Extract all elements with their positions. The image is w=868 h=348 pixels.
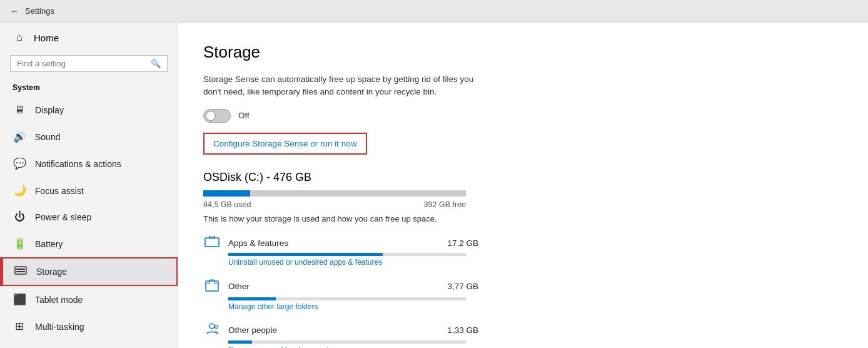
back-button[interactable]: ← (10, 6, 19, 16)
other-people-size: 1,33 GB (447, 325, 478, 335)
sound-icon: 🔊 (13, 130, 26, 143)
svg-point-7 (215, 325, 218, 328)
other-people-bar-container (228, 340, 466, 344)
sidebar-item-storage[interactable]: Storage (0, 257, 178, 286)
apps-name: Apps & features (228, 238, 440, 248)
sidebar-item-label: Battery (35, 239, 63, 249)
apps-bar-container (228, 253, 466, 256)
toggle-label: Off (238, 111, 250, 120)
other-people-bar-fill (228, 340, 252, 344)
svg-rect-0 (15, 267, 26, 274)
svg-rect-5 (206, 281, 218, 291)
storage-bar-fill (203, 190, 250, 197)
other-header: Other 3,77 GB (203, 278, 478, 295)
sidebar-item-label: Notifications & actions (35, 159, 121, 169)
storage-bar-labels: 84,5 GB used 392 GB free (203, 200, 466, 209)
used-label: 84,5 GB used (203, 200, 251, 209)
sidebar-item-display[interactable]: 🖥 Display (0, 97, 178, 123)
app-title: Settings (25, 6, 54, 16)
storage-item-apps: Apps & features 17,2 GB Uninstall unused… (203, 236, 478, 267)
other-sub-text[interactable]: Manage other large folders (228, 302, 478, 311)
other-people-icon (203, 322, 221, 338)
search-input[interactable] (17, 59, 146, 68)
other-size: 3,77 GB (447, 282, 478, 291)
disk-title: OSDisk (C:) - 476 GB (203, 171, 843, 184)
home-icon: ⌂ (13, 31, 26, 44)
other-icon (203, 278, 221, 295)
sidebar-item-multi-tasking[interactable]: ⊞ Multi-tasking (0, 313, 178, 340)
sidebar-item-label: Focus assist (35, 186, 84, 196)
sidebar-item-battery[interactable]: 🔋 Battery (0, 230, 178, 257)
storage-item-other: Other 3,77 GB Manage other large folders (203, 278, 478, 311)
configure-storage-sense-link[interactable]: Configure Storage Sense or run it now (203, 133, 367, 155)
other-bar-fill (228, 297, 276, 300)
storage-item-other-people: Other people 1,33 GB Remove unused local… (203, 322, 478, 349)
sidebar-home-label: Home (34, 33, 59, 43)
storage-sense-toggle[interactable] (203, 109, 231, 123)
storage-items-list: Apps & features 17,2 GB Uninstall unused… (203, 236, 478, 349)
storage-sense-toggle-row: Off (203, 109, 843, 123)
other-name: Other (228, 282, 440, 291)
storage-bar-container (203, 190, 466, 197)
svg-rect-2 (16, 271, 25, 272)
power-sleep-icon: ⏻ (13, 211, 26, 223)
sidebar-item-sound[interactable]: 🔊 Sound (0, 123, 178, 150)
other-people-name: Other people (228, 325, 440, 335)
sidebar-item-label: Display (35, 105, 64, 115)
sidebar-item-label: Sound (35, 132, 60, 142)
storage-icon (14, 265, 28, 278)
focus-assist-icon: 🌙 (13, 184, 26, 197)
other-people-header: Other people 1,33 GB (203, 322, 478, 338)
storage-how-text: This is how your storage is used and how… (203, 214, 843, 223)
svg-rect-1 (16, 269, 25, 270)
notifications-icon: 💬 (13, 157, 26, 170)
apps-header: Apps & features 17,2 GB (203, 236, 478, 250)
apps-bar-fill (228, 253, 383, 256)
other-bar-container (228, 297, 466, 300)
sidebar-item-focus-assist[interactable]: 🌙 Focus assist (0, 177, 178, 204)
display-icon: 🖥 (13, 104, 26, 116)
sidebar-item-notifications[interactable]: 💬 Notifications & actions (0, 150, 178, 177)
sidebar-item-label: Power & sleep (35, 212, 91, 222)
multitasking-icon: ⊞ (13, 320, 26, 333)
battery-icon: 🔋 (13, 237, 26, 250)
other-people-sub-text[interactable]: Remove unused local accounts (228, 345, 478, 349)
main-content: Storage Storage Sense can automatically … (178, 23, 868, 348)
search-box[interactable]: 🔍 (10, 55, 168, 72)
sidebar-item-home[interactable]: ⌂ Home (0, 23, 178, 53)
free-label: 392 GB free (424, 200, 466, 209)
toggle-thumb (206, 111, 216, 121)
sidebar-item-power-sleep[interactable]: ⏻ Power & sleep (0, 204, 178, 230)
sidebar-item-label: Tablet mode (35, 295, 83, 305)
sidebar: ⌂ Home 🔍 System 🖥 Display 🔊 Sound 💬 Noti… (0, 23, 178, 348)
svg-rect-3 (205, 238, 219, 247)
storage-sense-description: Storage Sense can automatically free up … (203, 73, 478, 99)
tablet-icon: ⬛ (13, 293, 26, 306)
sidebar-item-label: Multi-tasking (35, 322, 84, 332)
apps-icon (203, 236, 221, 250)
svg-point-6 (209, 324, 214, 329)
app-body: ⌂ Home 🔍 System 🖥 Display 🔊 Sound 💬 Noti… (0, 23, 868, 348)
search-icon: 🔍 (151, 59, 161, 68)
sidebar-section-title: System (0, 79, 178, 97)
apps-size: 17,2 GB (447, 238, 478, 248)
sidebar-item-tablet-mode[interactable]: ⬛ Tablet mode (0, 286, 178, 313)
sidebar-item-label: Storage (36, 267, 67, 277)
page-title: Storage (203, 43, 843, 62)
apps-sub-text[interactable]: Uninstall unused or undesired apps & fea… (228, 258, 478, 267)
title-bar: ← Settings (0, 0, 868, 23)
